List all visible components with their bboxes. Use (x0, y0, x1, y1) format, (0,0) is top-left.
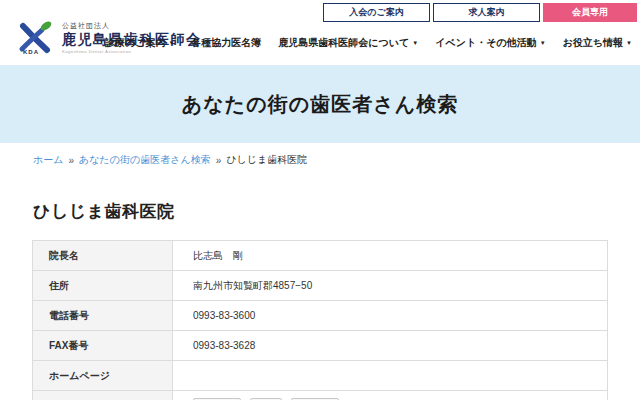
chevron-down-icon: ▼ (626, 40, 632, 46)
row-value-fax: 0993-83-3628 (173, 331, 608, 361)
chevron-down-icon: ▼ (412, 40, 418, 46)
row-label-fax: FAX番号 (33, 331, 173, 361)
breadcrumb-search-link[interactable]: あなたの街の歯医者さん検索 (79, 153, 211, 167)
header-utility-buttons: 入会のご案内 求人案内 会員専用 (323, 3, 637, 22)
breadcrumb-home-link[interactable]: ホーム (33, 153, 63, 167)
nav-item-about-association[interactable]: 鹿児島県歯科医師会について ▼ (278, 36, 418, 50)
row-value-director: 比志島 剛 (173, 241, 608, 271)
org-type-label: 公益社団法人 (62, 21, 202, 31)
banner-title: あなたの街の歯医者さん検索 (182, 91, 458, 118)
clinic-info-table: 院長名 比志島 剛 住所 南九州市知覧町郡4857−50 電話番号 0993-8… (32, 240, 608, 400)
nav-item-events[interactable]: イベント・その他活動 ▼ (435, 36, 545, 50)
logo-abbr-text: KDA (23, 49, 39, 55)
row-label-phone: 電話番号 (33, 301, 173, 331)
nav-item-useful-info[interactable]: お役立ち情報 ▼ (563, 36, 632, 50)
row-value-homepage (173, 361, 608, 391)
table-row: 電話番号 0993-83-3600 (33, 301, 608, 331)
chevron-down-icon: ▼ (540, 40, 546, 46)
breadcrumb-current: ひしじま歯科医院 (226, 153, 307, 167)
job-info-button[interactable]: 求人案内 (433, 3, 540, 22)
row-label-homepage: ホームページ (33, 361, 173, 391)
main-navigation: 診療のご案内 ▼ 各種協力医名簿 鹿児島県歯科医師会について ▼ イベント・その… (105, 36, 632, 50)
members-only-button[interactable]: 会員専用 (543, 3, 637, 22)
join-guide-button[interactable]: 入会のご案内 (323, 3, 430, 22)
site-header: KDA 公益社団法人 鹿児島県歯科医師会 Kagoshima Dental As… (0, 0, 640, 65)
row-label-departments: 診療科目 (33, 391, 173, 400)
row-label-director: 院長名 (33, 241, 173, 271)
table-row: 住所 南九州市知覧町郡4857−50 (33, 271, 608, 301)
breadcrumb-separator: » (68, 155, 74, 166)
kda-logo-icon: KDA (14, 19, 58, 59)
row-value-departments: 小児歯科 歯科 矯正歯科 (173, 391, 608, 400)
chevron-down-icon: ▼ (168, 40, 174, 46)
table-row: 院長名 比志島 剛 (33, 241, 608, 271)
nav-item-cooperating-doctors[interactable]: 各種協力医名簿 (191, 36, 261, 50)
breadcrumb: ホーム » あなたの街の歯医者さん検索 » ひしじま歯科医院 (33, 153, 640, 167)
table-row: 診療科目 小児歯科 歯科 矯正歯科 (33, 391, 608, 400)
table-row: ホームページ (33, 361, 608, 391)
page-banner: あなたの街の歯医者さん検索 (0, 65, 640, 143)
page-title: ひしじま歯科医院 (33, 200, 640, 223)
row-value-phone: 0993-83-3600 (173, 301, 608, 331)
table-row: FAX番号 0993-83-3628 (33, 331, 608, 361)
row-value-address: 南九州市知覧町郡4857−50 (173, 271, 608, 301)
row-label-address: 住所 (33, 271, 173, 301)
nav-item-medical-guide[interactable]: 診療のご案内 ▼ (105, 36, 174, 50)
breadcrumb-separator: » (216, 155, 222, 166)
